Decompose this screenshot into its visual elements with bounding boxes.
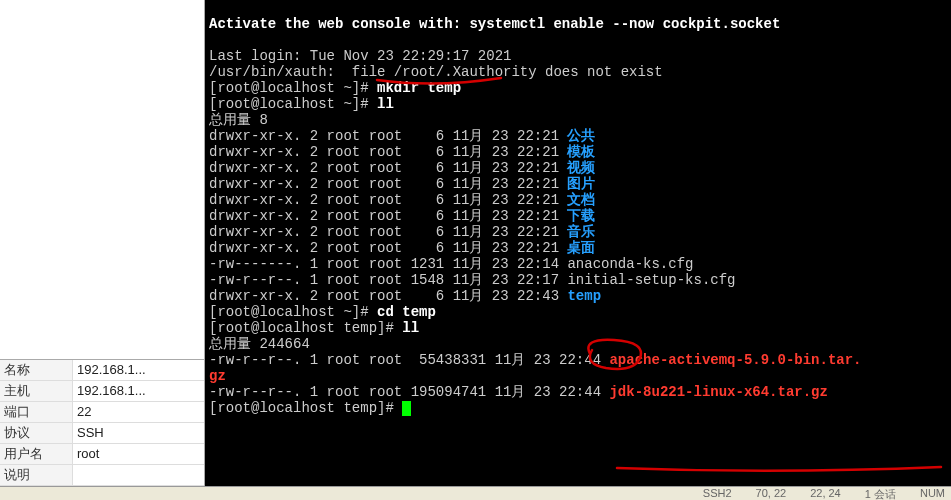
term-prompt: [root@localhost ~]# xyxy=(209,80,377,96)
prop-row-port: 端口 22 xyxy=(0,402,204,423)
file-name: gz xyxy=(209,368,226,384)
annotation-underline-jdk xyxy=(615,464,945,474)
term-line: 总用量 8 xyxy=(209,112,268,128)
session-panel: 名称 192.168.1... 主机 192.168.1... 端口 22 协议… xyxy=(0,0,205,486)
prop-value[interactable]: 192.168.1... xyxy=(73,381,204,401)
term-cmd: ll xyxy=(402,320,419,336)
ls-row: -rw-------. 1 root root 1231 11月 23 22:1… xyxy=(209,256,693,272)
prop-label: 端口 xyxy=(0,402,73,422)
term-prompt: [root@localhost temp]# xyxy=(209,320,402,336)
ls-row: drwxr-xr-x. 2 root root 6 11月 23 22:43 xyxy=(209,288,567,304)
prop-row-protocol: 协议 SSH xyxy=(0,423,204,444)
prop-label: 名称 xyxy=(0,360,73,380)
ls-row: -rw-r--r--. 1 root root 195094741 11月 23… xyxy=(209,384,609,400)
prop-row-host: 主机 192.168.1... xyxy=(0,381,204,402)
term-prompt: [root@localhost ~]# xyxy=(209,96,377,112)
prop-row-username: 用户名 root xyxy=(0,444,204,465)
file-name: apache-activemq-5.9.0-bin.tar. xyxy=(609,352,861,368)
prop-label: 主机 xyxy=(0,381,73,401)
term-cmd: mkdir temp xyxy=(377,80,461,96)
terminal[interactable]: Activate the web console with: systemctl… xyxy=(205,0,951,486)
prop-label: 协议 xyxy=(0,423,73,443)
file-name: jdk-8u221-linux-x64.tar.gz xyxy=(609,384,827,400)
dir-name: 视频 xyxy=(567,160,595,176)
term-prompt: [root@localhost temp]# xyxy=(209,400,402,416)
dir-name: temp xyxy=(567,288,601,304)
dir-name: 音乐 xyxy=(567,224,595,240)
term-line: Last login: Tue Nov 23 22:29:17 2021 xyxy=(209,48,511,64)
session-properties: 名称 192.168.1... 主机 192.168.1... 端口 22 协议… xyxy=(0,359,204,486)
prop-value[interactable]: SSH xyxy=(73,423,204,443)
status-bar: SSH2 70, 22 22, 24 1 会话 NUM xyxy=(0,486,951,500)
cursor-icon xyxy=(402,401,411,416)
status-pos: 22, 24 xyxy=(810,487,841,501)
dir-name: 下载 xyxy=(567,208,595,224)
status-size: 70, 22 xyxy=(756,487,787,501)
dir-name: 桌面 xyxy=(567,240,595,256)
term-line: Activate the web console with: systemctl… xyxy=(209,16,780,32)
status-ssh: SSH2 xyxy=(703,487,732,501)
dir-name: 图片 xyxy=(567,176,595,192)
prop-label: 用户名 xyxy=(0,444,73,464)
prop-value[interactable] xyxy=(73,465,204,485)
status-num: NUM xyxy=(920,487,945,501)
dir-name: 模板 xyxy=(567,144,595,160)
dir-name: 公共 xyxy=(567,128,595,144)
term-cmd: cd temp xyxy=(377,304,436,320)
prop-row-desc: 说明 xyxy=(0,465,204,486)
prop-row-name: 名称 192.168.1... xyxy=(0,360,204,381)
ls-row: drwxr-xr-x. 2 root root 6 11月 23 22:21 xyxy=(209,176,567,192)
ls-row: drwxr-xr-x. 2 root root 6 11月 23 22:21 xyxy=(209,128,567,144)
ls-row: drwxr-xr-x. 2 root root 6 11月 23 22:21 xyxy=(209,192,567,208)
status-sess: 1 会话 xyxy=(865,487,896,501)
prop-label: 说明 xyxy=(0,465,73,485)
dir-name: 文档 xyxy=(567,192,595,208)
term-line: /usr/bin/xauth: file /root/.Xauthority d… xyxy=(209,64,663,80)
ls-row: drwxr-xr-x. 2 root root 6 11月 23 22:21 xyxy=(209,144,567,160)
ls-row: drwxr-xr-x. 2 root root 6 11月 23 22:21 xyxy=(209,160,567,176)
prop-value[interactable]: 192.168.1... xyxy=(73,360,204,380)
session-tree-empty xyxy=(0,0,204,359)
ls-row: -rw-r--r--. 1 root root 55438331 11月 23 … xyxy=(209,352,609,368)
prop-value[interactable]: root xyxy=(73,444,204,464)
ls-row: -rw-r--r--. 1 root root 1548 11月 23 22:1… xyxy=(209,272,735,288)
ls-row: drwxr-xr-x. 2 root root 6 11月 23 22:21 xyxy=(209,240,567,256)
ls-row: drwxr-xr-x. 2 root root 6 11月 23 22:21 xyxy=(209,208,567,224)
prop-value[interactable]: 22 xyxy=(73,402,204,422)
term-line: 总用量 244664 xyxy=(209,336,310,352)
ls-row: drwxr-xr-x. 2 root root 6 11月 23 22:21 xyxy=(209,224,567,240)
term-prompt: [root@localhost ~]# xyxy=(209,304,377,320)
term-cmd: ll xyxy=(377,96,394,112)
